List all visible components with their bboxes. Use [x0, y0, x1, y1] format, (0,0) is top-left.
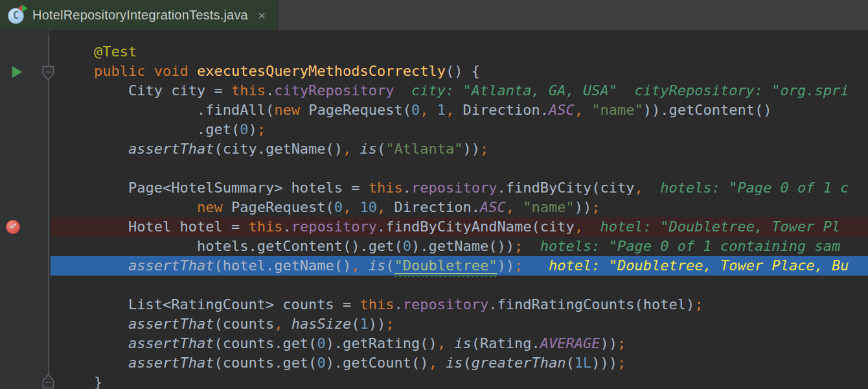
code-token: ( [566, 355, 575, 371]
code-token: } [60, 374, 102, 389]
code-token: 1 [360, 316, 369, 332]
code-token [351, 199, 360, 215]
code-token: Hotel hotel = [60, 218, 248, 235]
code-token: , [446, 102, 454, 118]
code-token: )) [369, 316, 386, 332]
editor-tab-bar: C HotelRepositoryIntegrationTests.java × [0, 0, 868, 30]
code-lines: @Test public void executesQueryMethodsCo… [51, 30, 868, 389]
debugger-inline-hint: hotel: "Doubletree, Tower Pl [600, 218, 840, 235]
code-line[interactable]: City city = this.cityRepositorycity: "At… [51, 81, 868, 100]
code-token: new [197, 199, 223, 215]
code-token: is [454, 335, 472, 351]
code-line[interactable]: hotels.getContent().get(0).getName());ho… [51, 237, 868, 256]
code-token: ( [377, 141, 385, 157]
code-line[interactable]: assertThat(city.getName(), is("Atlanta")… [51, 139, 868, 159]
code-token: ASC [549, 102, 575, 118]
code-line[interactable]: @Test [51, 42, 868, 62]
code-line[interactable]: public void executesQueryMethodsCorrectl… [51, 62, 868, 81]
run-state-badge-icon [17, 5, 28, 13]
code-token: assertThat [128, 355, 214, 371]
code-token: , [437, 335, 446, 351]
code-token: . [394, 296, 403, 312]
code-token [351, 141, 360, 157]
code-token: this [231, 82, 266, 99]
code-line[interactable]: .findAll(new PageRequest(0, 1, Direction… [51, 100, 868, 120]
code-token: 0 [317, 355, 325, 371]
code-token: )).getContent() [643, 102, 772, 118]
code-token: )) [497, 257, 515, 274]
code-token: (counts [214, 316, 274, 332]
code-token: 10 [360, 199, 378, 215]
code-token: 0 [240, 121, 248, 137]
code-line[interactable]: assertThat(hotel.getName(), is("Doubletr… [51, 256, 868, 276]
code-line[interactable]: List<RatingCount> counts = this.reposito… [51, 295, 868, 314]
code-token: ; [514, 257, 523, 274]
code-token: ; [480, 141, 488, 157]
code-token: PageRequest( [223, 199, 334, 215]
code-token: )) [600, 335, 618, 351]
code-token: 1L [575, 355, 592, 371]
code-token: "name" [523, 199, 574, 215]
code-token: , [343, 141, 351, 157]
code-token: ).getCount() [326, 355, 429, 371]
test-class-icon: C [8, 6, 25, 24]
code-line[interactable]: assertThat(counts.get(0).getCount(), is(… [51, 353, 868, 373]
code-token [282, 316, 291, 332]
tab-hotel-repository-integration-tests[interactable]: C HotelRepositoryIntegrationTests.java × [0, 0, 278, 30]
code-line[interactable]: assertThat(counts.get(0).getRating(), is… [51, 334, 868, 353]
code-line[interactable] [51, 159, 868, 178]
code-token: () { [446, 63, 480, 79]
code-token: List<RatingCount> counts = [60, 296, 360, 312]
code-token [446, 335, 454, 351]
ide-window: C HotelRepositoryIntegrationTests.java × [0, 0, 868, 389]
code-token: Page<HotelSummary> hotels = [60, 180, 369, 196]
code-token: , [506, 199, 514, 215]
code-token: executesQueryMethodsCorrectly [197, 63, 446, 79]
debugger-inline-hint: hotels: "Page 0 of 1 containing sam [540, 238, 841, 254]
code-token: Direction. [454, 102, 549, 118]
code-line[interactable]: new PageRequest(0, 10, Direction.ASC, "n… [51, 198, 868, 217]
code-token: , [351, 257, 360, 274]
code-token: assertThat [128, 257, 214, 274]
code-token: ; [385, 316, 394, 332]
code-line[interactable]: Page<HotelSummary> hotels = this.reposit… [51, 178, 868, 198]
code-token: ; [694, 296, 703, 312]
code-token: PageRequest( [300, 102, 411, 118]
code-token [60, 355, 128, 371]
code-token: cityRepository [274, 82, 394, 99]
code-token: @Test [94, 43, 137, 60]
code-token: assertThat [128, 316, 214, 332]
code-token [60, 43, 94, 60]
code-token: (hotel.getName() [214, 257, 351, 274]
code-token: .findRatingCounts(hotel) [488, 296, 694, 312]
code-line[interactable]: Hotel hotel = this.repository.findByCity… [51, 217, 868, 237]
code-line[interactable] [51, 276, 868, 295]
code-token: ))) [591, 355, 617, 371]
code-token [429, 102, 437, 118]
code-token: )) [463, 141, 481, 157]
code-token: (city.getName() [214, 141, 343, 157]
code-line[interactable]: .get(0); [51, 120, 868, 139]
code-token: ; [617, 355, 626, 371]
tab-close-icon[interactable]: × [258, 8, 266, 22]
code-editor[interactable]: @Test public void executesQueryMethodsCo… [0, 30, 868, 389]
code-token: ).getName()) [411, 238, 514, 254]
code-token [60, 199, 197, 215]
run-arrow-icon[interactable] [12, 66, 22, 78]
code-line[interactable]: assertThat(counts, hasSize(1)); [51, 314, 868, 334]
code-token [60, 141, 128, 157]
code-token: , [634, 180, 643, 196]
code-token: . [266, 82, 274, 99]
verified-breakpoint-icon[interactable] [6, 220, 20, 234]
code-token: (counts.get( [214, 355, 317, 371]
code-token: 1 [437, 102, 446, 118]
code-token: .findByCityAndName(city [377, 218, 575, 235]
code-token: is [360, 141, 378, 157]
code-token: ( [385, 257, 394, 274]
code-token [60, 335, 128, 351]
code-token: (counts.get( [214, 335, 317, 351]
code-line[interactable]: } [51, 373, 868, 389]
code-token: 0 [403, 238, 411, 254]
code-token: hotels.getContent().get( [60, 238, 403, 254]
code-token: , [377, 199, 385, 215]
